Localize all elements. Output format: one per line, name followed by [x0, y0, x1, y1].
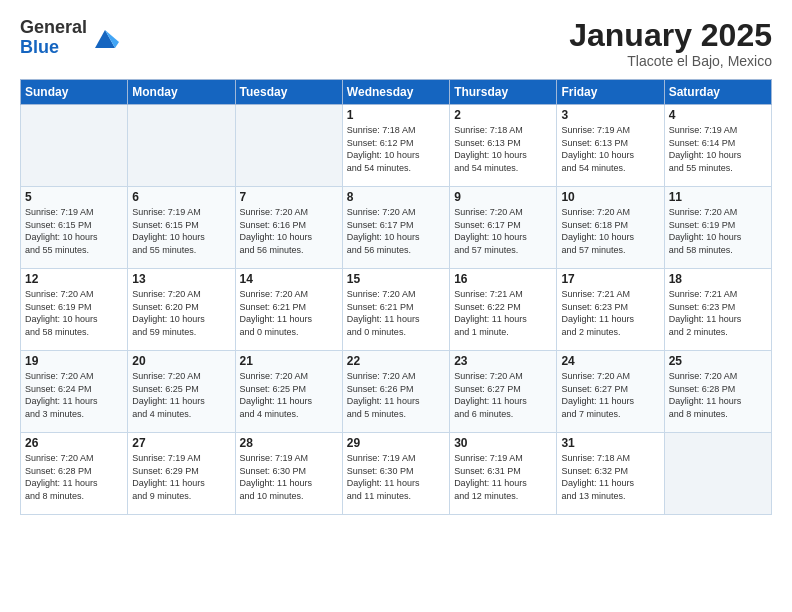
- calendar: SundayMondayTuesdayWednesdayThursdayFrid…: [20, 79, 772, 515]
- day-number: 4: [669, 108, 767, 122]
- logo-icon: [91, 24, 119, 52]
- header: General Blue January 2025 Tlacote el Baj…: [20, 18, 772, 69]
- day-info: Sunrise: 7:19 AM Sunset: 6:30 PM Dayligh…: [240, 452, 338, 502]
- month-title: January 2025: [569, 18, 772, 53]
- calendar-cell: 16Sunrise: 7:21 AM Sunset: 6:22 PM Dayli…: [450, 269, 557, 351]
- calendar-header-friday: Friday: [557, 80, 664, 105]
- day-info: Sunrise: 7:20 AM Sunset: 6:17 PM Dayligh…: [454, 206, 552, 256]
- day-info: Sunrise: 7:19 AM Sunset: 6:30 PM Dayligh…: [347, 452, 445, 502]
- calendar-week-4: 19Sunrise: 7:20 AM Sunset: 6:24 PM Dayli…: [21, 351, 772, 433]
- calendar-header-row: SundayMondayTuesdayWednesdayThursdayFrid…: [21, 80, 772, 105]
- day-info: Sunrise: 7:19 AM Sunset: 6:31 PM Dayligh…: [454, 452, 552, 502]
- day-info: Sunrise: 7:21 AM Sunset: 6:23 PM Dayligh…: [561, 288, 659, 338]
- page: General Blue January 2025 Tlacote el Baj…: [0, 0, 792, 612]
- day-number: 30: [454, 436, 552, 450]
- day-info: Sunrise: 7:20 AM Sunset: 6:25 PM Dayligh…: [132, 370, 230, 420]
- calendar-cell: 23Sunrise: 7:20 AM Sunset: 6:27 PM Dayli…: [450, 351, 557, 433]
- day-info: Sunrise: 7:18 AM Sunset: 6:12 PM Dayligh…: [347, 124, 445, 174]
- calendar-cell: 29Sunrise: 7:19 AM Sunset: 6:30 PM Dayli…: [342, 433, 449, 515]
- calendar-cell: 30Sunrise: 7:19 AM Sunset: 6:31 PM Dayli…: [450, 433, 557, 515]
- title-area: January 2025 Tlacote el Bajo, Mexico: [569, 18, 772, 69]
- logo-blue: Blue: [20, 38, 87, 58]
- calendar-header-sunday: Sunday: [21, 80, 128, 105]
- calendar-cell: 8Sunrise: 7:20 AM Sunset: 6:17 PM Daylig…: [342, 187, 449, 269]
- day-info: Sunrise: 7:20 AM Sunset: 6:16 PM Dayligh…: [240, 206, 338, 256]
- calendar-week-1: 1Sunrise: 7:18 AM Sunset: 6:12 PM Daylig…: [21, 105, 772, 187]
- calendar-header-saturday: Saturday: [664, 80, 771, 105]
- day-number: 20: [132, 354, 230, 368]
- day-number: 13: [132, 272, 230, 286]
- day-number: 24: [561, 354, 659, 368]
- day-info: Sunrise: 7:19 AM Sunset: 6:13 PM Dayligh…: [561, 124, 659, 174]
- calendar-cell: 6Sunrise: 7:19 AM Sunset: 6:15 PM Daylig…: [128, 187, 235, 269]
- logo: General Blue: [20, 18, 119, 58]
- day-info: Sunrise: 7:21 AM Sunset: 6:23 PM Dayligh…: [669, 288, 767, 338]
- day-number: 3: [561, 108, 659, 122]
- day-number: 16: [454, 272, 552, 286]
- calendar-cell: 4Sunrise: 7:19 AM Sunset: 6:14 PM Daylig…: [664, 105, 771, 187]
- day-info: Sunrise: 7:20 AM Sunset: 6:27 PM Dayligh…: [561, 370, 659, 420]
- day-info: Sunrise: 7:19 AM Sunset: 6:15 PM Dayligh…: [25, 206, 123, 256]
- day-info: Sunrise: 7:20 AM Sunset: 6:21 PM Dayligh…: [240, 288, 338, 338]
- calendar-cell: 24Sunrise: 7:20 AM Sunset: 6:27 PM Dayli…: [557, 351, 664, 433]
- day-info: Sunrise: 7:19 AM Sunset: 6:15 PM Dayligh…: [132, 206, 230, 256]
- day-number: 12: [25, 272, 123, 286]
- calendar-cell: 21Sunrise: 7:20 AM Sunset: 6:25 PM Dayli…: [235, 351, 342, 433]
- day-number: 1: [347, 108, 445, 122]
- day-info: Sunrise: 7:19 AM Sunset: 6:29 PM Dayligh…: [132, 452, 230, 502]
- calendar-cell: 13Sunrise: 7:20 AM Sunset: 6:20 PM Dayli…: [128, 269, 235, 351]
- calendar-cell: 10Sunrise: 7:20 AM Sunset: 6:18 PM Dayli…: [557, 187, 664, 269]
- day-number: 26: [25, 436, 123, 450]
- calendar-week-2: 5Sunrise: 7:19 AM Sunset: 6:15 PM Daylig…: [21, 187, 772, 269]
- calendar-cell: 19Sunrise: 7:20 AM Sunset: 6:24 PM Dayli…: [21, 351, 128, 433]
- day-number: 2: [454, 108, 552, 122]
- calendar-cell: 15Sunrise: 7:20 AM Sunset: 6:21 PM Dayli…: [342, 269, 449, 351]
- calendar-cell: 11Sunrise: 7:20 AM Sunset: 6:19 PM Dayli…: [664, 187, 771, 269]
- calendar-cell: 22Sunrise: 7:20 AM Sunset: 6:26 PM Dayli…: [342, 351, 449, 433]
- day-number: 5: [25, 190, 123, 204]
- calendar-cell: 12Sunrise: 7:20 AM Sunset: 6:19 PM Dayli…: [21, 269, 128, 351]
- day-info: Sunrise: 7:21 AM Sunset: 6:22 PM Dayligh…: [454, 288, 552, 338]
- day-number: 18: [669, 272, 767, 286]
- day-number: 27: [132, 436, 230, 450]
- location: Tlacote el Bajo, Mexico: [569, 53, 772, 69]
- day-number: 23: [454, 354, 552, 368]
- day-number: 7: [240, 190, 338, 204]
- day-number: 17: [561, 272, 659, 286]
- day-number: 19: [25, 354, 123, 368]
- day-info: Sunrise: 7:20 AM Sunset: 6:28 PM Dayligh…: [669, 370, 767, 420]
- day-number: 22: [347, 354, 445, 368]
- calendar-cell: 7Sunrise: 7:20 AM Sunset: 6:16 PM Daylig…: [235, 187, 342, 269]
- day-info: Sunrise: 7:18 AM Sunset: 6:32 PM Dayligh…: [561, 452, 659, 502]
- calendar-cell: [21, 105, 128, 187]
- calendar-week-3: 12Sunrise: 7:20 AM Sunset: 6:19 PM Dayli…: [21, 269, 772, 351]
- calendar-cell: 31Sunrise: 7:18 AM Sunset: 6:32 PM Dayli…: [557, 433, 664, 515]
- day-info: Sunrise: 7:20 AM Sunset: 6:19 PM Dayligh…: [25, 288, 123, 338]
- calendar-cell: 28Sunrise: 7:19 AM Sunset: 6:30 PM Dayli…: [235, 433, 342, 515]
- day-number: 29: [347, 436, 445, 450]
- calendar-cell: 27Sunrise: 7:19 AM Sunset: 6:29 PM Dayli…: [128, 433, 235, 515]
- day-number: 9: [454, 190, 552, 204]
- day-info: Sunrise: 7:20 AM Sunset: 6:21 PM Dayligh…: [347, 288, 445, 338]
- day-number: 6: [132, 190, 230, 204]
- calendar-header-wednesday: Wednesday: [342, 80, 449, 105]
- calendar-cell: 26Sunrise: 7:20 AM Sunset: 6:28 PM Dayli…: [21, 433, 128, 515]
- day-info: Sunrise: 7:20 AM Sunset: 6:25 PM Dayligh…: [240, 370, 338, 420]
- calendar-cell: [664, 433, 771, 515]
- day-info: Sunrise: 7:20 AM Sunset: 6:17 PM Dayligh…: [347, 206, 445, 256]
- calendar-cell: 14Sunrise: 7:20 AM Sunset: 6:21 PM Dayli…: [235, 269, 342, 351]
- day-info: Sunrise: 7:18 AM Sunset: 6:13 PM Dayligh…: [454, 124, 552, 174]
- calendar-header-thursday: Thursday: [450, 80, 557, 105]
- day-info: Sunrise: 7:20 AM Sunset: 6:18 PM Dayligh…: [561, 206, 659, 256]
- day-number: 14: [240, 272, 338, 286]
- logo-general: General: [20, 18, 87, 38]
- day-number: 15: [347, 272, 445, 286]
- calendar-header-tuesday: Tuesday: [235, 80, 342, 105]
- calendar-cell: [128, 105, 235, 187]
- day-info: Sunrise: 7:20 AM Sunset: 6:24 PM Dayligh…: [25, 370, 123, 420]
- calendar-cell: 3Sunrise: 7:19 AM Sunset: 6:13 PM Daylig…: [557, 105, 664, 187]
- day-number: 31: [561, 436, 659, 450]
- calendar-cell: 2Sunrise: 7:18 AM Sunset: 6:13 PM Daylig…: [450, 105, 557, 187]
- day-info: Sunrise: 7:20 AM Sunset: 6:20 PM Dayligh…: [132, 288, 230, 338]
- day-info: Sunrise: 7:20 AM Sunset: 6:27 PM Dayligh…: [454, 370, 552, 420]
